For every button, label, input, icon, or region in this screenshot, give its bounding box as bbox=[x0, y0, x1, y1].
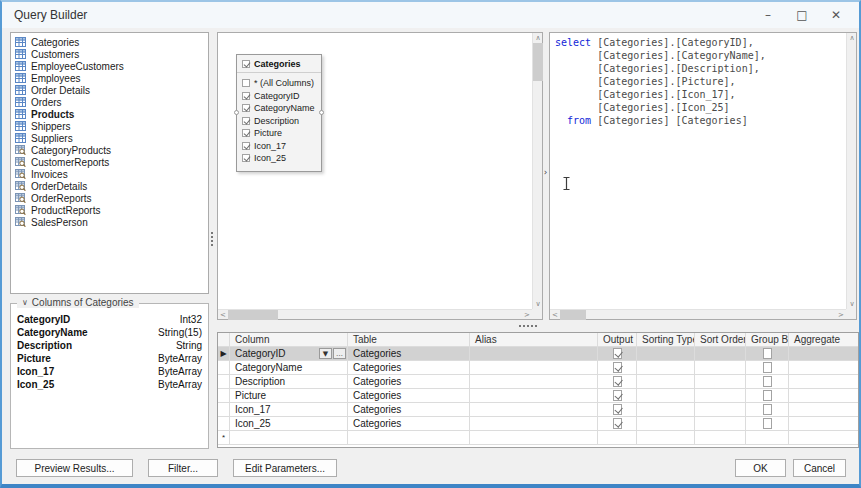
grid-cell-column[interactable]: CategoryID▼… bbox=[230, 347, 348, 360]
grid-header-cell[interactable]: Group By bbox=[746, 333, 789, 346]
grid-header-cell[interactable]: Sort Order bbox=[695, 333, 746, 346]
tables-list-item[interactable]: Products bbox=[11, 108, 208, 120]
grid-header-cell[interactable]: Table bbox=[348, 333, 470, 346]
grid-header-cell[interactable]: Aggregate bbox=[789, 333, 858, 346]
grid-cell-alias[interactable] bbox=[470, 403, 598, 416]
grid-cell-alias[interactable] bbox=[470, 417, 598, 430]
scroll-down-icon[interactable]: ∨ bbox=[847, 299, 857, 309]
grid-cell-group-by[interactable] bbox=[746, 375, 789, 388]
scroll-left-icon[interactable]: < bbox=[218, 310, 228, 320]
collapse-chevron-icon[interactable]: ∨ bbox=[22, 298, 28, 307]
grid-cell-output[interactable] bbox=[598, 417, 637, 430]
filter-button[interactable]: Filter... bbox=[148, 459, 218, 477]
sql-editor[interactable]: select [Categories].[CategoryID], [Categ… bbox=[549, 32, 857, 320]
diagram-table-categories[interactable]: Categories * (All Columns)CategoryIDCate… bbox=[236, 54, 322, 172]
scroll-left-icon[interactable]: < bbox=[550, 310, 560, 320]
tables-list-item[interactable]: CustomerReports bbox=[11, 156, 208, 168]
grid-header-cell[interactable]: Output bbox=[598, 333, 637, 346]
grid-cell-group-by[interactable] bbox=[746, 403, 789, 416]
grid-cell-table[interactable]: Categories bbox=[348, 361, 470, 374]
table-checkbox[interactable] bbox=[242, 60, 250, 68]
diagram-field-row[interactable]: Icon_17 bbox=[242, 140, 316, 153]
group-by-checkbox[interactable] bbox=[763, 348, 772, 359]
grid-empty-cell[interactable] bbox=[348, 431, 470, 444]
grid-data-row[interactable]: ▶CategoryID▼…Categories bbox=[218, 347, 858, 361]
grid-cell-column[interactable]: Description bbox=[230, 375, 348, 388]
grid-cell-sort-order[interactable] bbox=[695, 417, 746, 430]
grid-cell-column[interactable]: Icon_25 bbox=[230, 417, 348, 430]
tables-list-item[interactable]: EmployeeCustomers bbox=[11, 60, 208, 72]
diagram-field-row[interactable]: * (All Columns) bbox=[242, 77, 316, 90]
maximize-button[interactable]: □ bbox=[785, 2, 819, 28]
minimize-button[interactable]: – bbox=[751, 2, 785, 28]
field-checkbox[interactable] bbox=[242, 104, 250, 112]
diagram-field-row[interactable]: CategoryName bbox=[242, 102, 316, 115]
tables-list-item[interactable]: Shippers bbox=[11, 120, 208, 132]
grid-cell-column[interactable]: Picture bbox=[230, 389, 348, 402]
diagram-field-row[interactable]: Description bbox=[242, 115, 316, 128]
grid-cell-aggregate[interactable] bbox=[789, 389, 858, 402]
tables-list-item[interactable]: SalesPerson bbox=[11, 216, 208, 228]
close-button[interactable]: ✕ bbox=[819, 2, 853, 28]
grid-cell-column[interactable]: Icon_17 bbox=[230, 403, 348, 416]
grid-cell-sorting-type[interactable] bbox=[637, 417, 695, 430]
scrollbar-thumb[interactable] bbox=[560, 310, 586, 320]
tables-list-item[interactable]: Customers bbox=[11, 48, 208, 60]
grid-cell-group-by[interactable] bbox=[746, 347, 789, 360]
output-checkbox[interactable] bbox=[613, 348, 622, 359]
grid-cell-sort-order[interactable] bbox=[695, 389, 746, 402]
grid-cell-table[interactable]: Categories bbox=[348, 375, 470, 388]
grid-cell-table[interactable]: Categories bbox=[348, 347, 470, 360]
connector-handle-left[interactable] bbox=[234, 110, 239, 115]
cancel-button[interactable]: Cancel bbox=[793, 459, 846, 477]
tables-list-item[interactable]: CategoryProducts bbox=[11, 144, 208, 156]
field-checkbox[interactable] bbox=[242, 154, 250, 162]
grid-cell-alias[interactable] bbox=[470, 347, 598, 360]
tables-list-item[interactable]: Suppliers bbox=[11, 132, 208, 144]
ellipsis-button[interactable]: … bbox=[333, 348, 346, 359]
grid-cell-alias[interactable] bbox=[470, 361, 598, 374]
sql-text[interactable]: select [Categories].[CategoryID], [Categ… bbox=[550, 33, 846, 309]
tables-list-item[interactable]: Employees bbox=[11, 72, 208, 84]
diagram-table-header[interactable]: Categories bbox=[237, 55, 321, 73]
grid-empty-cell[interactable] bbox=[789, 431, 858, 444]
grid-cell-sorting-type[interactable] bbox=[637, 403, 695, 416]
grid-cell-sort-order[interactable] bbox=[695, 403, 746, 416]
grid-cell-sorting-type[interactable] bbox=[637, 389, 695, 402]
tables-list-item[interactable]: Categories bbox=[11, 36, 208, 48]
grid-splitter-grip[interactable] bbox=[519, 325, 537, 327]
grid-empty-cell[interactable] bbox=[695, 431, 746, 444]
scroll-right-icon[interactable]: > bbox=[522, 310, 532, 320]
grid-cell-sorting-type[interactable] bbox=[637, 375, 695, 388]
grid-cell-sort-order[interactable] bbox=[695, 361, 746, 374]
columns-panel-header[interactable]: ∨ Columns of Categories bbox=[17, 297, 139, 308]
output-checkbox[interactable] bbox=[613, 362, 622, 373]
group-by-checkbox[interactable] bbox=[763, 376, 772, 387]
field-checkbox[interactable] bbox=[242, 129, 250, 137]
grid-cell-output[interactable] bbox=[598, 375, 637, 388]
diagram-surface[interactable]: Categories * (All Columns)CategoryIDCate… bbox=[217, 32, 543, 320]
group-by-checkbox[interactable] bbox=[763, 404, 772, 415]
grid-data-row[interactable]: Icon_25Categories bbox=[218, 417, 858, 431]
grid-header-cell[interactable]: Alias bbox=[470, 333, 598, 346]
diagram-horizontal-scrollbar[interactable]: < > bbox=[218, 309, 532, 319]
grid-cell-aggregate[interactable] bbox=[789, 403, 858, 416]
grid-cell-output[interactable] bbox=[598, 389, 637, 402]
vertical-splitter-grip[interactable] bbox=[211, 232, 213, 246]
grid-data-row[interactable]: PictureCategories bbox=[218, 389, 858, 403]
grid-cell-output[interactable] bbox=[598, 347, 637, 360]
grid-cell-table[interactable]: Categories bbox=[348, 389, 470, 402]
tables-list-item[interactable]: Invoices bbox=[11, 168, 208, 180]
scroll-up-icon[interactable]: ∧ bbox=[847, 33, 857, 43]
grid-cell-sort-order[interactable] bbox=[695, 347, 746, 360]
output-checkbox[interactable] bbox=[613, 390, 622, 401]
grid-cell-group-by[interactable] bbox=[746, 417, 789, 430]
sql-horizontal-scrollbar[interactable]: < > bbox=[550, 309, 846, 319]
grid-empty-cell[interactable] bbox=[637, 431, 695, 444]
tables-list-item[interactable]: Order Details bbox=[11, 84, 208, 96]
field-checkbox[interactable] bbox=[242, 92, 250, 100]
grid-empty-cell[interactable] bbox=[598, 431, 637, 444]
sql-vertical-scrollbar[interactable]: ∧ ∨ bbox=[846, 33, 856, 309]
field-checkbox[interactable] bbox=[242, 142, 250, 150]
grid-data-row[interactable]: DescriptionCategories bbox=[218, 375, 858, 389]
